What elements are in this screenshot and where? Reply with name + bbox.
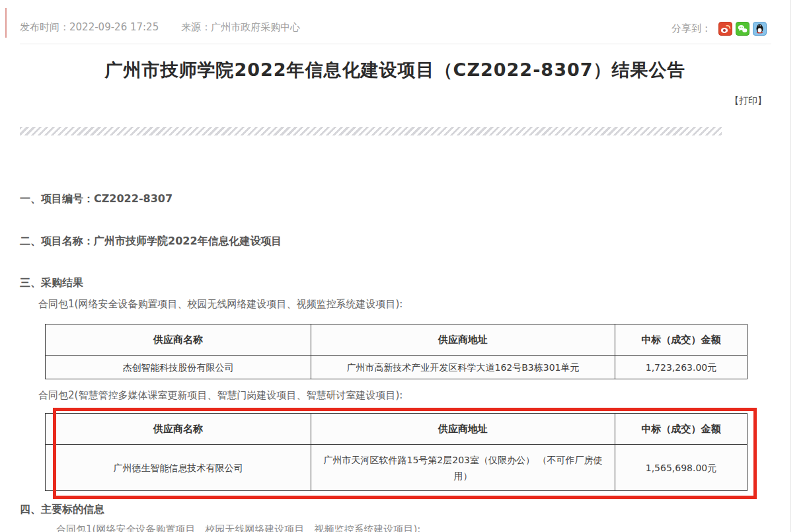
header-supplier-name: 供应商名称 (46, 414, 311, 445)
header-award-amount: 中标（成交）金额 (615, 324, 748, 356)
table-header-row: 供应商名称 供应商地址 中标（成交）金额 (46, 414, 748, 445)
wechat-share-icon[interactable] (736, 22, 749, 36)
package2-result-table: 供应商名称 供应商地址 中标（成交）金额 广州德生智能信息技术有限公司 广州市天… (45, 413, 748, 491)
left-edge-artifact (5, 8, 7, 38)
section-project-name: 二、项目名称：广州市技师学院2022年信息化建设项目 (20, 235, 282, 248)
supplier-name-cell: 广州德生智能信息技术有限公司 (46, 445, 311, 491)
package1-label: 合同包1(网络安全设备购置项目、校园无线网络建设项目、视频监控系统建设项目): (38, 298, 402, 311)
qq-share-icon[interactable] (753, 22, 767, 36)
content-right-border (790, 0, 791, 532)
section-main-subject-info: 四、主要标的信息 (20, 503, 104, 517)
header-supplier-name: 供应商名称 (46, 324, 311, 356)
header-supplier-address: 供应商地址 (311, 414, 615, 445)
page-title: 广州市技师学院2022年信息化建设项目（CZ2022-8307）结果公告 (0, 58, 790, 82)
publish-time-value: 2022-09-26 17:25 (69, 21, 159, 33)
share-bar: 分享到： (671, 22, 767, 36)
section-procurement-result: 三、采购结果 (20, 276, 83, 290)
supplier-name-cell: 杰创智能科技股份有限公司 (46, 356, 311, 379)
clipped-bottom-text: 合同包1(网络安全设备购置项目、校园无线网络建设项目、视频监控系统建设项目): (56, 523, 420, 532)
table-row: 杰创智能科技股份有限公司 广州市高新技术产业开发区科学大道162号B3栋301单… (46, 356, 748, 379)
print-button[interactable]: 【打印】 (730, 95, 767, 107)
package1-result-table: 供应商名称 供应商地址 中标（成交）金额 杰创智能科技股份有限公司 广州市高新技… (45, 324, 748, 379)
header-supplier-address: 供应商地址 (311, 324, 615, 356)
package2-label: 合同包2(智慧管控多媒体课室更新项目、智慧门岗建设项目、智慧研讨室建设项目): (38, 389, 402, 402)
hatched-divider (20, 127, 722, 135)
supplier-address-cell: 广州市高新技术产业开发区科学大道162号B3栋301单元 (311, 356, 615, 379)
weibo-share-icon[interactable] (718, 22, 732, 36)
publish-time: 发布时间：2022-09-26 17:25 (20, 21, 159, 34)
publish-time-label: 发布时间： (20, 21, 69, 33)
award-amount-cell: 1,565,698.00元 (615, 445, 748, 491)
meta-divider (20, 44, 771, 44)
supplier-address-cell: 广州市天河区软件路15号第2层203室（仅限办公） （不可作厂房使用） (311, 445, 615, 491)
source-label: 来源： (181, 21, 211, 33)
section-project-number: 一、项目编号：CZ2022-8307 (20, 192, 172, 206)
award-amount-cell: 1,723,263.00元 (615, 356, 748, 379)
source-value: 广州市政府采购中心 (211, 21, 300, 33)
source: 来源：广州市政府采购中心 (181, 21, 300, 34)
announcement-page: 发布时间：2022-09-26 17:25 来源：广州市政府采购中心 分享到： (0, 0, 805, 532)
table-header-row: 供应商名称 供应商地址 中标（成交）金额 (46, 324, 748, 356)
header-award-amount: 中标（成交）金额 (615, 414, 748, 445)
meta-bar: 发布时间：2022-09-26 17:25 来源：广州市政府采购中心 (20, 21, 773, 34)
share-label: 分享到： (671, 22, 711, 35)
table-row: 广州德生智能信息技术有限公司 广州市天河区软件路15号第2层203室（仅限办公）… (46, 445, 748, 491)
